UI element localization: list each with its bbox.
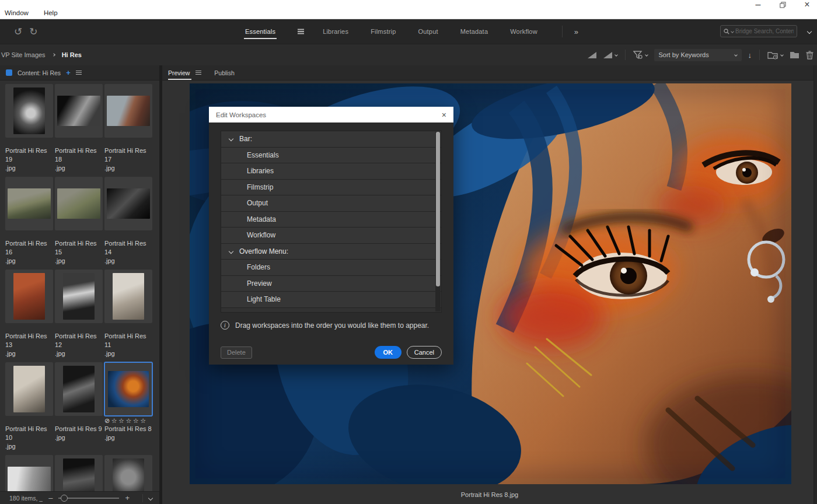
menu-item-help[interactable]: Help <box>40 8 61 18</box>
breadcrumb-folder[interactable]: VP Site Images <box>1 51 46 58</box>
workspace-item-metadata[interactable]: Metadata <box>221 212 441 228</box>
file-cell[interactable]: Portrait Hi Res 18.jpg <box>55 84 103 173</box>
file-cell-selected[interactable]: ⊘☆☆☆☆☆ Portrait Hi Res 8.jpg <box>104 362 152 451</box>
thumbnail-image <box>57 188 100 219</box>
tab-publish[interactable]: Publish <box>214 69 234 76</box>
tab-preview[interactable]: Preview <box>168 69 201 76</box>
workspace-section-bar[interactable]: Bar: <box>221 131 441 148</box>
toolbar-separator <box>625 50 626 60</box>
thumbnail-larger-button[interactable]: + <box>125 494 130 502</box>
sort-select[interactable]: Sort by Keywords <box>654 49 742 61</box>
file-cell[interactable]: Portrait Hi Res 19.jpg <box>5 84 53 173</box>
restore-button[interactable] <box>777 1 788 9</box>
file-name: Portrait Hi Res 12.jpg <box>55 332 103 358</box>
slider-track <box>58 498 119 499</box>
file-thumbnail[interactable] <box>104 177 152 230</box>
file-name: Portrait Hi Res 15.jpg <box>55 239 103 265</box>
workspace-tab-metadata[interactable]: Metadata <box>460 24 488 38</box>
file-thumbnail[interactable] <box>55 84 103 138</box>
workspace-options-icon[interactable] <box>298 31 304 32</box>
cancel-button[interactable]: Cancel <box>407 346 442 359</box>
workspace-item-essentials[interactable]: Essentials <box>221 148 441 164</box>
file-thumbnail[interactable] <box>55 270 103 323</box>
window-scrollbar[interactable] <box>813 65 817 504</box>
chevron-down-icon[interactable] <box>229 249 233 254</box>
close-button[interactable]: × <box>802 1 812 9</box>
workspace-tab-filmstrip[interactable]: Filmstrip <box>371 24 396 38</box>
workspace-tab-libraries[interactable]: Libraries <box>323 24 348 38</box>
workspace-tab-essentials[interactable]: Essentials <box>245 24 275 38</box>
file-thumbnail[interactable] <box>104 84 152 138</box>
breadcrumb-current-folder[interactable]: Hi Res <box>62 51 82 58</box>
forward-rotate-icon[interactable]: ↻ <box>29 27 37 37</box>
recent-files-button[interactable] <box>767 51 783 60</box>
delete-trash-button[interactable] <box>806 51 813 60</box>
file-cell[interactable]: Portrait Hi Res 9.jpg <box>55 362 103 451</box>
file-thumbnail[interactable] <box>5 84 53 138</box>
slider-thumb[interactable] <box>61 495 68 502</box>
view-options-chevron-icon[interactable] <box>148 495 153 500</box>
workspace-section-overflow-menu[interactable]: Overflow Menu: <box>221 244 441 260</box>
file-thumbnail[interactable] <box>104 362 152 416</box>
workspace-tab-output[interactable]: Output <box>418 24 438 38</box>
file-cell[interactable]: Portrait Hi Res 11.jpg <box>104 270 152 358</box>
sort-direction-button[interactable]: ↓ <box>748 51 752 60</box>
workspace-item-light-table[interactable]: Light Table <box>221 292 441 308</box>
ok-button[interactable]: OK <box>375 346 401 359</box>
delete-button[interactable]: Delete <box>221 346 252 359</box>
rating-ramp-dropdown-button[interactable] <box>603 51 617 59</box>
workspace-tab-workflow[interactable]: Workflow <box>510 24 537 38</box>
file-thumbnail[interactable] <box>55 362 103 416</box>
file-cell[interactable]: Portrait Hi Res 14.jpg <box>104 177 152 265</box>
search-scope-chevron-icon[interactable] <box>731 30 734 33</box>
file-thumbnail[interactable] <box>104 270 152 323</box>
file-cell[interactable]: Portrait Hi Res 13.jpg <box>5 270 53 358</box>
workspace-item-workflow[interactable]: Workflow <box>221 228 441 244</box>
filter-button[interactable] <box>633 51 648 60</box>
workspace-item-folders[interactable]: Folders <box>221 260 441 276</box>
new-folder-button[interactable] <box>790 51 799 59</box>
file-cell[interactable]: Portrait Hi Res 16.jpg <box>5 177 53 265</box>
file-thumbnail[interactable] <box>55 177 103 230</box>
breadcrumb: VP Site Images Hi Res <box>0 44 82 65</box>
back-rotate-icon[interactable]: ↺ <box>14 27 22 37</box>
workspace-item-preview[interactable]: Preview <box>221 276 441 292</box>
dialog-titlebar[interactable]: Edit Workspaces × <box>209 107 453 123</box>
breadcrumb-chevron-icon <box>52 53 55 57</box>
search-dropdown-chevron-icon[interactable] <box>807 29 812 34</box>
file-cell[interactable]: Portrait Hi Res 17.jpg <box>104 84 152 173</box>
workspace-row-partial <box>221 308 441 313</box>
rating-ramp-icon[interactable] <box>588 51 597 59</box>
chevron-down-icon[interactable] <box>229 136 233 141</box>
add-panel-button[interactable]: + <box>66 69 71 76</box>
content-tab[interactable]: Content: Hi Res <box>18 69 61 76</box>
bridge-window: – × Window Help ↺ ↻ Essentials Libraries… <box>0 0 817 504</box>
minimize-button[interactable]: – <box>753 1 763 9</box>
search-input[interactable] <box>735 28 794 34</box>
file-cell[interactable]: Portrait Hi Res 10.jpg <box>5 362 53 451</box>
dialog-close-button[interactable]: × <box>442 111 446 119</box>
file-thumbnail[interactable] <box>5 270 53 323</box>
dialog-title: Edit Workspaces <box>216 111 266 118</box>
thumbnail-smaller-button[interactable]: – <box>48 494 53 502</box>
restore-icon <box>780 2 786 8</box>
workspace-item-filmstrip[interactable]: Filmstrip <box>221 180 441 196</box>
rating-stars[interactable]: ⊘☆☆☆☆☆ <box>104 417 152 425</box>
rating-row <box>55 139 103 146</box>
list-scrollbar[interactable] <box>435 132 441 312</box>
workspace-item-output[interactable]: Output <box>221 195 441 212</box>
preview-menu-icon[interactable] <box>195 72 201 74</box>
file-thumbnail[interactable] <box>5 177 53 230</box>
workspace-switcher: Essentials Libraries Filmstrip Output Me… <box>245 19 578 44</box>
list-scrollbar-thumb[interactable] <box>436 132 440 286</box>
panel-menu-icon[interactable] <box>76 72 82 74</box>
file-cell[interactable]: Portrait Hi Res 15.jpg <box>55 177 103 265</box>
workspace-item-libraries[interactable]: Libraries <box>221 163 441 180</box>
thumbnail-size-slider[interactable] <box>58 495 119 502</box>
drag-hint: i Drag workspaces into the order you wou… <box>221 321 429 330</box>
file-thumbnail[interactable] <box>5 362 53 416</box>
menu-item-window[interactable]: Window <box>1 8 32 18</box>
file-name: Portrait Hi Res 17.jpg <box>104 146 152 173</box>
file-cell[interactable]: Portrait Hi Res 12.jpg <box>55 270 103 358</box>
workspace-overflow-button[interactable]: » <box>574 27 578 36</box>
